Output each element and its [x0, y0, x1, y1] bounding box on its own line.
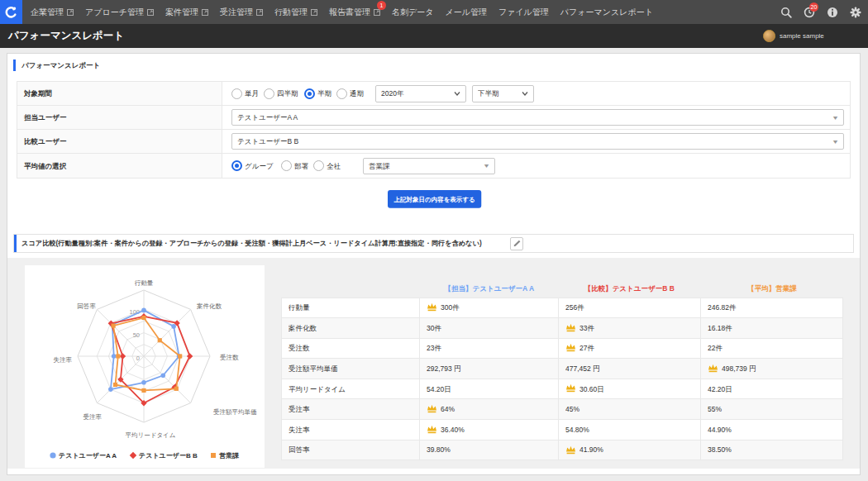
legend-item[interactable]: テストユーザーB B	[130, 452, 198, 460]
data-point	[112, 354, 117, 359]
half-select[interactable]: 下半期	[472, 85, 534, 102]
metric-label: 受注率	[282, 399, 420, 420]
score-row: 案件化数30件33件16.18件	[282, 318, 843, 339]
score-table: 【担当】テストユーザーA A【比較】テストユーザーB B【平均】営業課 行動量3…	[281, 279, 843, 460]
compare-user-select[interactable]: テストユーザーB B ▼	[231, 133, 844, 150]
nav-item[interactable]: 案件管理	[160, 0, 214, 24]
nav-item[interactable]: 企業管理	[25, 0, 79, 24]
legend-label: テストユーザーB B	[139, 452, 198, 460]
menu-badge: 1	[377, 1, 386, 10]
history-clock-icon[interactable]: 20	[804, 7, 815, 18]
metric-label: 受注数	[282, 338, 420, 359]
show-report-button[interactable]: 上記対象日の内容を表示する	[388, 190, 481, 208]
metric-value: 30件	[420, 318, 559, 339]
metric-value: 44.90%	[701, 420, 843, 441]
data-point	[174, 387, 179, 391]
nav-item[interactable]: ファイル管理	[493, 0, 555, 24]
form-row-period: 対象期間 単月四半期半期通期 2020年 下半期	[17, 82, 850, 106]
legend-marker	[211, 453, 216, 458]
average-label: 平均値の選択	[17, 154, 222, 178]
radio-period[interactable]: 通期	[336, 88, 366, 99]
radio-period[interactable]: 単月	[231, 88, 261, 99]
settings-gear-icon[interactable]	[850, 7, 861, 18]
radio-button[interactable]	[231, 88, 242, 99]
metric-value: 39.80%	[420, 440, 559, 460]
metric-label: 案件化数	[282, 318, 420, 339]
avatar	[763, 30, 775, 42]
data-point	[141, 388, 145, 393]
form-row-average: 平均値の選択 グループ部署全社 営業課 ▼	[17, 154, 850, 178]
app-logo[interactable]	[0, 0, 22, 24]
nav-item[interactable]: 名刺データ	[386, 0, 439, 24]
title-bar: パフォーマンスレポート sample sample	[0, 24, 868, 48]
score-row: 失注率36.40%54.80%44.90%	[282, 420, 843, 441]
radio-button[interactable]	[313, 160, 324, 171]
metric-value: 23件	[420, 338, 559, 359]
nav-item[interactable]: パフォーマンスレポート	[555, 0, 659, 24]
radar-axis-label: 平均リードタイム	[126, 431, 176, 439]
metric-value: 30.60日	[559, 379, 701, 399]
metric-label: 回答率	[282, 440, 420, 460]
group-select[interactable]: 営業課 ▼	[363, 158, 495, 174]
radio-period[interactable]: 四半期	[264, 88, 302, 99]
crown-icon	[427, 302, 437, 312]
legend-marker	[50, 452, 55, 458]
radio-button[interactable]	[281, 160, 292, 171]
data-point	[160, 373, 165, 378]
radio-button[interactable]	[264, 88, 274, 99]
nav-item[interactable]: 報告書管理1	[323, 0, 386, 24]
window-icon	[67, 9, 74, 16]
radar-chart: 050100行動量案件化数受注数受注額平均単価平均リードタイム受注率失注率回答率…	[25, 265, 265, 468]
radar-axis-label: 案件化数	[197, 302, 222, 310]
svg-text:0: 0	[136, 355, 140, 362]
edit-button[interactable]	[510, 237, 523, 250]
metric-value: 246.82件	[701, 298, 843, 318]
legend-item[interactable]: 営業課	[211, 452, 240, 460]
metric-value: 498,739 円	[701, 359, 843, 379]
score-section-header: スコア比較(行動量種別:案件・案件からの登録・アプローチからの登録・受注額・獲得…	[13, 234, 854, 253]
compare-label: 比較ユーザー	[17, 130, 222, 153]
metric-value: 300件	[420, 298, 559, 318]
user-menu[interactable]: sample sample	[763, 30, 835, 42]
radar-axis-label: 回答率	[78, 302, 97, 310]
owner-user-select[interactable]: テストユーザーA A ▼	[231, 109, 844, 126]
nav-item[interactable]: 行動管理	[269, 0, 323, 24]
radio-average[interactable]: グループ	[231, 160, 279, 172]
metric-value: 64%	[420, 399, 559, 420]
nav-item[interactable]: メール管理	[439, 0, 492, 24]
radio-average[interactable]: 部署	[281, 160, 311, 172]
nav-menu: 企業管理アプローチ管理案件管理受注管理行動管理報告書管理1名刺データメール管理フ…	[25, 0, 659, 24]
search-icon[interactable]	[780, 7, 792, 18]
owner-label: 担当ユーザー	[17, 106, 222, 129]
data-point	[111, 323, 115, 327]
content-card: パフォーマンスレポート 対象期間 単月四半期半期通期 2020年 下半期 担当ユ…	[7, 53, 861, 475]
radio-button[interactable]	[231, 160, 242, 171]
metric-label: 受注額平均単価	[282, 359, 420, 379]
data-point	[158, 338, 162, 342]
metric-label: 行動量	[282, 298, 420, 318]
radio-button[interactable]	[336, 88, 347, 99]
report-form: 対象期間 単月四半期半期通期 2020年 下半期 担当ユーザー テストユーザーA…	[17, 81, 851, 179]
info-icon[interactable]	[827, 7, 838, 18]
metric-value: 41.90%	[559, 440, 701, 460]
data-point	[120, 353, 126, 359]
window-icon	[202, 9, 208, 16]
nav-item[interactable]: 受注管理	[214, 0, 269, 24]
data-point	[141, 380, 146, 385]
data-point	[187, 353, 193, 359]
form-row-owner: 担当ユーザー テストユーザーA A ▼	[17, 106, 850, 130]
radio-average[interactable]: 全社	[313, 160, 343, 172]
metric-value: 42.20日	[701, 379, 843, 399]
score-row: 行動量300件256件246.82件	[282, 298, 843, 318]
caret-down-icon: ▼	[483, 163, 490, 169]
year-select[interactable]: 2020年	[375, 85, 466, 102]
metric-value: 256件	[559, 298, 701, 318]
radio-period[interactable]: 半期	[304, 88, 334, 99]
nav-item[interactable]: アプローチ管理	[79, 0, 160, 24]
radio-button[interactable]	[304, 88, 315, 99]
legend-item[interactable]: テストユーザーA A	[50, 452, 117, 460]
score-row: 受注数23件27件22件	[282, 338, 843, 359]
notification-badge: 20	[809, 2, 818, 12]
metric-value: 292,793 円	[420, 359, 559, 379]
score-col-header: 【平均】営業課	[701, 279, 843, 298]
